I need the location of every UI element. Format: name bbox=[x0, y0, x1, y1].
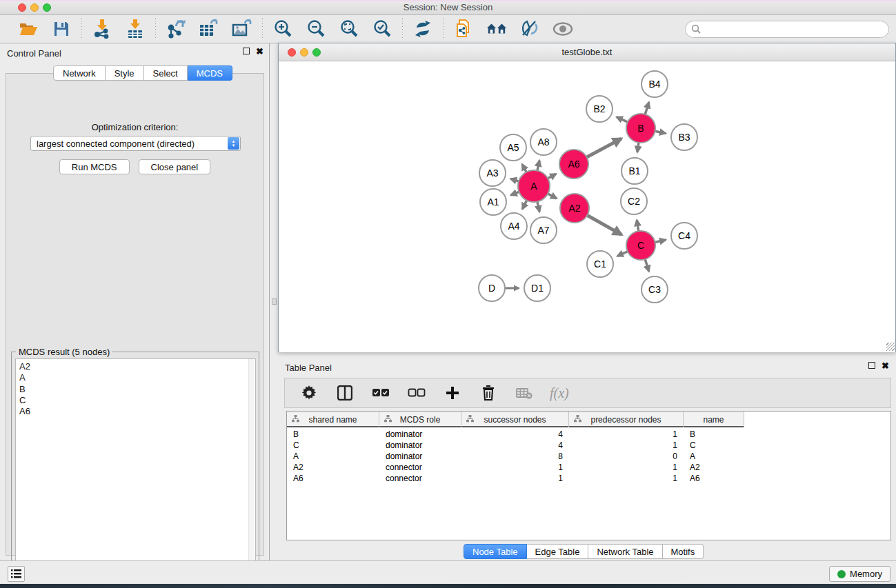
graph-node-B3[interactable]: B3 bbox=[671, 124, 697, 150]
zoom-fit-icon[interactable] bbox=[339, 19, 359, 39]
search-input[interactable] bbox=[685, 21, 889, 38]
open-folder-icon[interactable] bbox=[18, 19, 39, 39]
optimization-criterion-select[interactable]: largest connected component (directed) ▲… bbox=[30, 136, 241, 151]
memory-button[interactable]: Memory bbox=[829, 566, 890, 582]
export-image-icon[interactable] bbox=[232, 19, 252, 39]
cell-MCDS-role[interactable]: connector bbox=[379, 462, 461, 473]
mcds-result-item[interactable]: A6 bbox=[19, 406, 255, 417]
home-icon[interactable] bbox=[486, 19, 507, 39]
cell-predecessor-nodes[interactable]: 1 bbox=[569, 440, 684, 451]
graph-node-D[interactable]: D bbox=[479, 275, 505, 301]
graph-node-B2[interactable]: B2 bbox=[586, 96, 613, 122]
cell-predecessor-nodes[interactable]: 0 bbox=[569, 451, 684, 462]
export-network-icon[interactable] bbox=[166, 19, 186, 39]
tab-select[interactable]: Select bbox=[144, 65, 188, 81]
cell-predecessor-nodes[interactable]: 1 bbox=[569, 473, 684, 484]
trash-icon[interactable] bbox=[478, 383, 499, 403]
cell-name[interactable]: A6 bbox=[684, 473, 744, 484]
deselect-all-icon[interactable] bbox=[406, 383, 427, 403]
resize-grip-icon[interactable] bbox=[886, 343, 895, 351]
graph-node-B1[interactable]: B1 bbox=[621, 158, 648, 184]
mcds-result-list[interactable]: A2ABCA6 bbox=[15, 358, 256, 582]
cell-successor-nodes[interactable]: 1 bbox=[461, 462, 569, 473]
cell-shared-name[interactable]: A2 bbox=[287, 462, 379, 473]
tab-node-table[interactable]: Node Table bbox=[464, 544, 527, 559]
import-network-icon[interactable] bbox=[92, 19, 112, 39]
mcds-result-item[interactable]: A bbox=[19, 372, 255, 383]
tab-network[interactable]: Network bbox=[53, 65, 106, 81]
refresh-icon[interactable] bbox=[412, 19, 433, 39]
cell-MCDS-role[interactable]: connector bbox=[379, 473, 461, 484]
save-icon[interactable] bbox=[51, 19, 72, 39]
graph-node-C3[interactable]: C3 bbox=[641, 276, 668, 303]
table-row[interactable]: Cdominator41C bbox=[287, 440, 744, 451]
graph-node-C2[interactable]: C2 bbox=[621, 188, 647, 214]
cell-shared-name[interactable]: A bbox=[287, 451, 379, 462]
cell-MCDS-role[interactable]: dominator bbox=[379, 451, 461, 462]
graph-node-A6[interactable]: A6 bbox=[559, 150, 588, 179]
cell-MCDS-role[interactable]: dominator bbox=[379, 429, 461, 440]
select-all-icon[interactable] bbox=[370, 383, 391, 403]
cell-successor-nodes[interactable]: 4 bbox=[461, 440, 569, 451]
mcds-result-item[interactable]: A2 bbox=[19, 361, 255, 372]
mcds-result-item[interactable]: C bbox=[19, 395, 255, 406]
close-panel-icon[interactable]: ✖ bbox=[256, 48, 263, 55]
graph-node-A[interactable]: A bbox=[518, 170, 550, 202]
cell-predecessor-nodes[interactable]: 1 bbox=[569, 429, 684, 440]
cell-shared-name[interactable]: A6 bbox=[287, 473, 379, 484]
table-row[interactable]: A2connector11A2 bbox=[287, 462, 744, 473]
tab-style[interactable]: Style bbox=[106, 65, 144, 81]
cell-successor-nodes[interactable]: 1 bbox=[461, 473, 569, 484]
table-row[interactable]: Bdominator41B bbox=[287, 429, 744, 440]
tab-motifs[interactable]: Motifs bbox=[663, 544, 704, 559]
add-icon[interactable] bbox=[442, 383, 463, 403]
table-row[interactable]: Adominator80A bbox=[287, 451, 744, 462]
graph-node-A5[interactable]: A5 bbox=[500, 134, 526, 161]
float-panel-icon[interactable] bbox=[243, 48, 250, 54]
scrollbar[interactable] bbox=[248, 359, 255, 581]
graph-node-A7[interactable]: A7 bbox=[530, 217, 557, 243]
zoom-out-icon[interactable] bbox=[306, 19, 326, 39]
graph-node-A1[interactable]: A1 bbox=[480, 189, 506, 215]
graph-node-B4[interactable]: B4 bbox=[641, 71, 668, 97]
tab-network-table[interactable]: Network Table bbox=[588, 544, 662, 559]
columns-icon[interactable] bbox=[335, 383, 355, 403]
graph-node-A8[interactable]: A8 bbox=[530, 129, 557, 155]
mcds-result-item[interactable]: B bbox=[19, 384, 255, 395]
cell-successor-nodes[interactable]: 8 bbox=[461, 451, 569, 462]
cell-name[interactable]: A2 bbox=[684, 462, 744, 473]
import-table-icon[interactable] bbox=[125, 19, 146, 39]
eye-icon[interactable] bbox=[552, 19, 573, 39]
column-header-name[interactable]: name bbox=[684, 412, 744, 427]
hide-style-icon[interactable] bbox=[519, 19, 540, 39]
column-header-predecessor-nodes[interactable]: predecessor nodes bbox=[569, 412, 684, 427]
graph-node-C4[interactable]: C4 bbox=[671, 223, 697, 249]
float-table-panel-icon[interactable] bbox=[868, 362, 875, 369]
graph-node-C[interactable]: C bbox=[626, 231, 655, 260]
cell-name[interactable]: B bbox=[684, 429, 744, 440]
graph-node-A2[interactable]: A2 bbox=[560, 194, 589, 223]
cell-successor-nodes[interactable]: 4 bbox=[461, 429, 569, 440]
column-header-successor-nodes[interactable]: successor nodes bbox=[461, 412, 569, 427]
table-row[interactable]: A6connector11A6 bbox=[287, 473, 744, 484]
zoom-selected-icon[interactable] bbox=[372, 19, 392, 39]
column-header-shared-name[interactable]: shared name bbox=[287, 412, 379, 427]
split-divider-grip[interactable] bbox=[272, 298, 277, 305]
close-table-panel-icon[interactable]: ✖ bbox=[882, 362, 889, 369]
cell-name[interactable]: A bbox=[684, 451, 744, 462]
graph-node-A4[interactable]: A4 bbox=[501, 213, 527, 239]
cell-predecessor-nodes[interactable]: 1 bbox=[569, 462, 684, 473]
run-mcds-button[interactable]: Run MCDS bbox=[59, 159, 130, 174]
clone-network-icon[interactable] bbox=[453, 19, 474, 39]
task-history-button[interactable] bbox=[8, 566, 25, 582]
tab-edge-table[interactable]: Edge Table bbox=[527, 544, 589, 559]
graph-node-D1[interactable]: D1 bbox=[524, 275, 550, 301]
graph-node-A3[interactable]: A3 bbox=[479, 160, 506, 186]
column-header-MCDS-role[interactable]: MCDS role bbox=[379, 412, 461, 427]
network-canvas[interactable]: AA1A2A3A4A5A6A7A8BB1B2B3B4CC1C2C3C4DD1 bbox=[279, 62, 895, 352]
graph-node-B[interactable]: B bbox=[626, 114, 655, 143]
graph-node-C1[interactable]: C1 bbox=[587, 251, 613, 277]
cell-shared-name[interactable]: B bbox=[287, 429, 379, 440]
gear-icon[interactable] bbox=[299, 383, 319, 403]
zoom-in-icon[interactable] bbox=[272, 19, 293, 39]
